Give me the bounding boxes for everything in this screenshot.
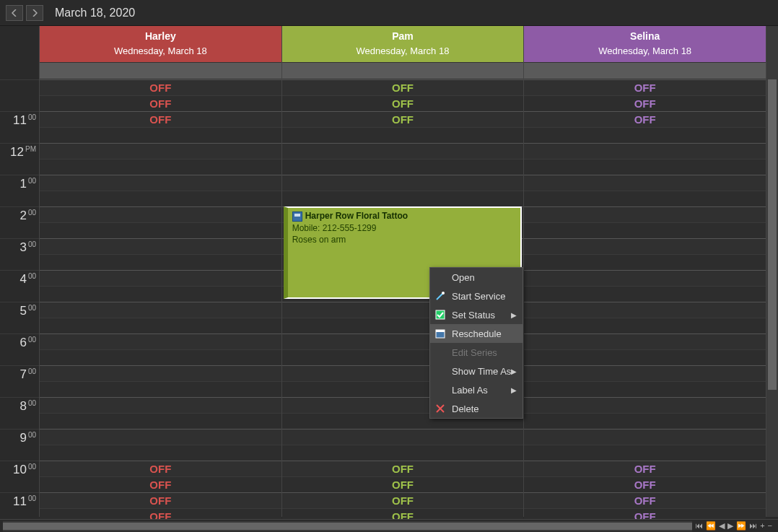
time-slot[interactable] bbox=[524, 365, 766, 381]
time-slot[interactable] bbox=[40, 175, 281, 191]
resource-column: HarleyWednesday, March 18OFFOFFOFFOFFOFF… bbox=[40, 26, 282, 517]
time-slot[interactable] bbox=[40, 191, 281, 206]
menu-item-start-service[interactable]: Start Service bbox=[430, 287, 523, 305]
time-slot[interactable] bbox=[524, 381, 766, 397]
minus-icon[interactable]: − bbox=[768, 521, 772, 531]
time-slot[interactable] bbox=[40, 286, 281, 302]
time-slot[interactable] bbox=[524, 159, 766, 175]
time-slot[interactable] bbox=[524, 127, 766, 143]
time-slot[interactable] bbox=[524, 254, 766, 270]
time-slot[interactable]: OFF bbox=[282, 95, 524, 111]
time-slot[interactable] bbox=[282, 127, 524, 143]
menu-item-reschedule[interactable]: Reschedule bbox=[430, 324, 523, 343]
time-slot[interactable] bbox=[40, 206, 281, 222]
appointment-context-menu[interactable]: OpenStart ServiceSet Status▶RescheduleEd… bbox=[429, 267, 523, 419]
time-slot[interactable] bbox=[282, 445, 524, 461]
prev-fast-icon[interactable]: ⏪ bbox=[706, 521, 716, 531]
time-slot[interactable] bbox=[40, 127, 281, 143]
time-slot[interactable] bbox=[524, 175, 766, 191]
time-slot[interactable] bbox=[524, 397, 766, 413]
time-slot[interactable]: OFF bbox=[40, 492, 281, 508]
time-slot[interactable] bbox=[282, 175, 524, 191]
first-icon[interactable]: ⏮ bbox=[695, 521, 703, 531]
time-slot[interactable] bbox=[40, 397, 281, 413]
nav-cluster: ⏮ ⏪ ◀ ▶ ⏩ ⏭ + − bbox=[695, 521, 778, 531]
time-slot[interactable] bbox=[40, 413, 281, 429]
menu-item-show-time-as[interactable]: Show Time As▶ bbox=[430, 362, 523, 380]
time-slot[interactable] bbox=[40, 238, 281, 254]
time-slot[interactable] bbox=[40, 365, 281, 381]
time-slot[interactable]: OFF bbox=[282, 111, 524, 127]
time-slot[interactable] bbox=[524, 238, 766, 254]
time-slot[interactable] bbox=[524, 413, 766, 429]
time-slot[interactable] bbox=[524, 206, 766, 222]
time-slot[interactable]: OFF bbox=[524, 476, 766, 492]
time-slot[interactable] bbox=[40, 302, 281, 318]
time-slot[interactable]: OFF bbox=[40, 461, 281, 476]
time-slot[interactable] bbox=[524, 333, 766, 349]
time-slot[interactable]: OFF bbox=[40, 111, 281, 127]
menu-item-set-status[interactable]: Set Status▶ bbox=[430, 305, 523, 324]
horizontal-scrollbar[interactable] bbox=[3, 521, 692, 531]
time-slot[interactable] bbox=[40, 143, 281, 159]
menu-item-delete[interactable]: Delete bbox=[430, 399, 523, 418]
time-slot[interactable] bbox=[40, 445, 281, 461]
column-header: HarleyWednesday, March 18 bbox=[40, 26, 281, 62]
time-slot[interactable]: OFF bbox=[524, 95, 766, 111]
plus-icon[interactable]: + bbox=[760, 521, 764, 531]
time-slot[interactable] bbox=[40, 270, 281, 286]
scrollbar-thumb[interactable] bbox=[768, 79, 777, 390]
next-day-button[interactable] bbox=[26, 5, 43, 21]
time-slot[interactable] bbox=[40, 333, 281, 349]
allday-row[interactable] bbox=[282, 62, 524, 79]
time-slot[interactable]: OFF bbox=[40, 95, 281, 111]
time-slot[interactable] bbox=[524, 143, 766, 159]
time-slot[interactable] bbox=[524, 191, 766, 206]
time-slot[interactable] bbox=[524, 445, 766, 461]
time-slot[interactable]: OFF bbox=[282, 461, 524, 476]
time-slot[interactable] bbox=[524, 286, 766, 302]
allday-row[interactable] bbox=[40, 62, 281, 79]
time-slot[interactable]: OFF bbox=[282, 476, 524, 492]
time-slot[interactable] bbox=[282, 429, 524, 445]
status-icon bbox=[434, 309, 446, 320]
time-slot[interactable] bbox=[524, 429, 766, 445]
menu-item-label-as[interactable]: Label As▶ bbox=[430, 380, 523, 399]
time-slot[interactable] bbox=[282, 191, 524, 206]
time-slot[interactable] bbox=[40, 429, 281, 445]
vertical-scrollbar[interactable] bbox=[766, 26, 778, 517]
svg-point-1 bbox=[442, 292, 445, 295]
time-slot[interactable] bbox=[40, 318, 281, 333]
time-slot[interactable] bbox=[282, 159, 524, 175]
time-slot[interactable]: OFF bbox=[524, 492, 766, 508]
wand-icon bbox=[434, 290, 446, 302]
time-slot[interactable] bbox=[40, 349, 281, 365]
time-slot[interactable] bbox=[40, 381, 281, 397]
time-slot[interactable] bbox=[40, 222, 281, 238]
prev-day-button[interactable] bbox=[6, 5, 23, 21]
time-slot[interactable] bbox=[40, 159, 281, 175]
time-slot[interactable]: OFF bbox=[40, 79, 281, 95]
last-icon[interactable]: ⏭ bbox=[749, 521, 757, 531]
time-slot[interactable] bbox=[524, 349, 766, 365]
time-slot[interactable]: OFF bbox=[40, 476, 281, 492]
time-slot[interactable]: OFF bbox=[282, 79, 524, 95]
time-slot[interactable] bbox=[282, 143, 524, 159]
submenu-arrow-icon: ▶ bbox=[511, 367, 517, 375]
time-slot[interactable] bbox=[524, 302, 766, 318]
time-slot[interactable] bbox=[40, 254, 281, 270]
scrollbar-thumb[interactable] bbox=[3, 523, 692, 530]
resource-date: Wednesday, March 18 bbox=[114, 45, 207, 56]
time-slot[interactable] bbox=[524, 222, 766, 238]
time-slot[interactable]: OFF bbox=[282, 492, 524, 508]
time-slot[interactable] bbox=[524, 270, 766, 286]
time-slot[interactable] bbox=[524, 318, 766, 333]
time-slot[interactable]: OFF bbox=[524, 79, 766, 95]
time-slot[interactable]: OFF bbox=[524, 111, 766, 127]
time-slot[interactable]: OFF bbox=[524, 461, 766, 476]
allday-row[interactable] bbox=[524, 62, 766, 79]
prev-icon[interactable]: ◀ bbox=[719, 521, 725, 531]
next-fast-icon[interactable]: ⏩ bbox=[736, 521, 746, 531]
next-icon[interactable]: ▶ bbox=[727, 521, 733, 531]
menu-item-open[interactable]: Open bbox=[430, 268, 523, 287]
